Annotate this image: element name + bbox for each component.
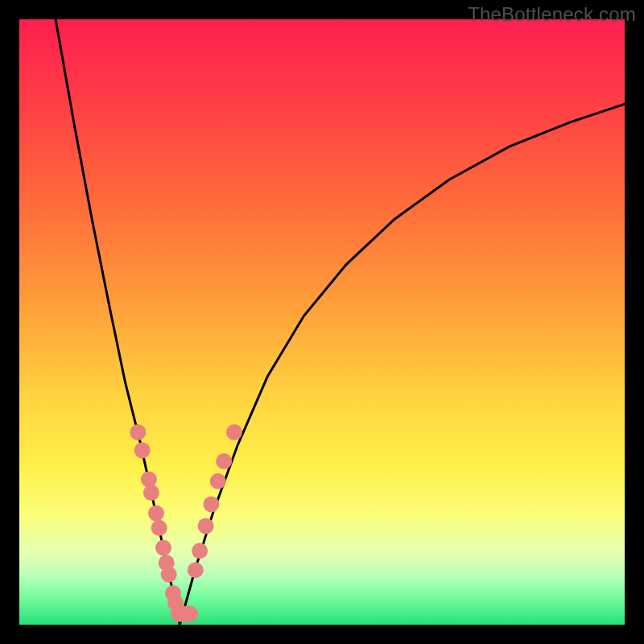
marker-point (155, 540, 171, 556)
watermark-text: TheBottleneck.com (468, 3, 636, 26)
marker-point (182, 606, 198, 622)
marker-point (148, 506, 164, 522)
marker-point (161, 567, 177, 583)
outer-frame: TheBottleneck.com (0, 0, 644, 644)
marker-point (134, 442, 151, 458)
marker-point (151, 520, 167, 536)
marker-point (226, 424, 242, 440)
chart-svg (19, 19, 625, 625)
marker-point (188, 562, 204, 578)
marker-point (216, 453, 232, 469)
marker-point (198, 518, 214, 534)
marker-point (210, 473, 226, 489)
marker-point (203, 496, 219, 512)
marker-point (130, 424, 146, 440)
right-branch-curve (180, 104, 625, 625)
marker-point (192, 543, 208, 559)
marker-point (141, 472, 157, 488)
marker-group (130, 424, 242, 622)
marker-point (143, 485, 159, 501)
